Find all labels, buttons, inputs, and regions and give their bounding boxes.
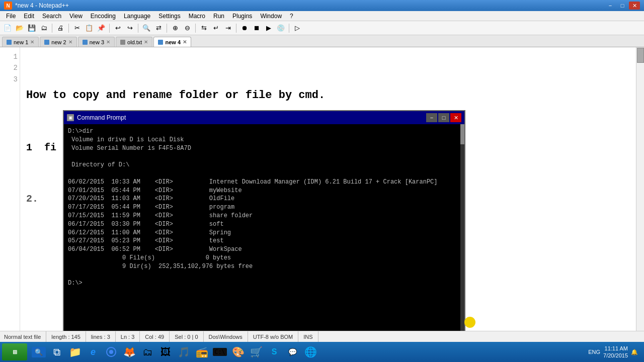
menu-run[interactable]: Run [209, 12, 228, 21]
tab-bar: new 1 ✕ new 2 ✕ new 3 ✕ old.txt ✕ new 4 … [0, 35, 644, 47]
taskbar-photos[interactable]: 🖼 [157, 343, 174, 360]
toolbar-wrap[interactable]: ↵ [210, 23, 221, 34]
menu-settings[interactable]: Settings [154, 12, 184, 21]
toolbar-macro-save[interactable]: 💿 [275, 23, 286, 34]
cmd-window: ▣ Command Prompt − □ ✕ D:\>dir Volume in… [63, 110, 465, 331]
status-file-type: Normal text file [4, 331, 46, 342]
menu-encoding[interactable]: Encoding [87, 12, 120, 21]
line-num-3: 3 [2, 74, 18, 85]
menu-search[interactable]: Search [38, 12, 65, 21]
taskbar: ⊞ 🔍 ⧉ 📁 e 🦊 🗂 🖼 🎵 📻 C:\ 🎨 🛒 S [0, 342, 644, 362]
menu-macro[interactable]: Macro [185, 12, 209, 21]
toolbar-open[interactable]: 📂 [14, 23, 25, 34]
toolbar-save-all[interactable]: 🗂 [38, 23, 49, 34]
taskbar-winamp[interactable]: 📻 [193, 343, 210, 360]
tab-label-new4: new 4 [165, 39, 181, 45]
tab-close-new1[interactable]: ✕ [30, 39, 34, 45]
menu-language[interactable]: Language [120, 12, 154, 21]
taskbar-ie[interactable]: e [85, 343, 102, 360]
status-bar: Normal text file length : 145 lines : 3 … [0, 331, 644, 342]
tab-new4[interactable]: new 4 ✕ [153, 37, 191, 47]
toolbar-save[interactable]: 💾 [26, 23, 37, 34]
taskbar-task-view[interactable]: ⧉ [48, 343, 65, 360]
tab-label-oldtxt: old.txt [127, 39, 142, 45]
toolbar-zoom-in[interactable]: ⊕ [170, 23, 181, 34]
menu-help[interactable]: ? [286, 12, 297, 21]
toolbar-find[interactable]: 🔍 [141, 23, 152, 34]
toolbar-indent[interactable]: ⇥ [222, 23, 233, 34]
toolbar-macro-rec[interactable]: ⏺ [239, 23, 250, 34]
toolbar-macro-play[interactable]: ▶ [263, 23, 274, 34]
toolbar-zoom-out[interactable]: ⊖ [182, 23, 193, 34]
tab-new3[interactable]: new 3 ✕ [78, 37, 115, 47]
status-encoding: Dos\Windows [204, 331, 248, 342]
toolbar-redo[interactable]: ↪ [124, 23, 135, 34]
taskbar-media[interactable]: 🎵 [175, 343, 192, 360]
clock-time: 11:11 AM [603, 345, 628, 352]
maximize-button[interactable]: □ [617, 2, 628, 10]
menu-view[interactable]: View [65, 12, 87, 21]
taskbar-file-explorer[interactable]: 📁 [66, 343, 84, 360]
cmd-minimize[interactable]: − [426, 113, 437, 122]
toolbar-run[interactable]: ▷ [292, 23, 303, 34]
cmd-title-text: Command Prompt [77, 114, 126, 121]
taskbar-paint[interactable]: 🎨 [229, 343, 247, 360]
cmd-content[interactable]: D:\>dir Volume in drive D is Local Disk … [64, 124, 464, 331]
editor-line-1: How to copy and rename folder or file by… [26, 86, 630, 104]
minimize-button[interactable]: − [605, 2, 616, 10]
tab-new1[interactable]: new 1 ✕ [2, 37, 39, 47]
taskbar-store[interactable]: 🛒 [248, 343, 265, 360]
status-ln: Ln : 3 [116, 331, 140, 342]
tab-close-new2[interactable]: ✕ [68, 39, 72, 45]
vertical-scrollbar[interactable] [636, 47, 644, 331]
start-button[interactable]: ⊞ [2, 343, 27, 360]
taskbar-folder[interactable]: 🗂 [139, 343, 156, 360]
tab-icon-new4 [158, 40, 163, 45]
toolbar-separator-5 [167, 24, 167, 33]
menu-window[interactable]: Window [256, 12, 286, 21]
menu-file[interactable]: File [2, 12, 20, 21]
cmd-maximize[interactable]: □ [438, 113, 449, 122]
toolbar-new[interactable]: 📄 [2, 23, 13, 34]
menu-plugins[interactable]: Plugins [228, 12, 256, 21]
taskbar-notification[interactable]: 🔔 [631, 349, 638, 355]
toolbar-sync[interactable]: ⇆ [198, 23, 209, 34]
line-num-1: 1 [2, 51, 18, 62]
cmd-icon: ▣ [67, 114, 74, 121]
taskbar-talk[interactable]: 💬 [284, 343, 301, 360]
toolbar-separator-8 [289, 24, 289, 33]
taskbar-skype[interactable]: S [266, 343, 283, 360]
toolbar-paste[interactable]: 📌 [96, 23, 107, 34]
close-button[interactable]: ✕ [629, 2, 640, 10]
toolbar-cut[interactable]: ✂ [71, 23, 83, 34]
status-col: Col : 49 [140, 331, 170, 342]
tab-label-new2: new 2 [51, 39, 66, 45]
tab-new2[interactable]: new 2 ✕ [40, 37, 76, 47]
line-num-2: 2 [2, 62, 18, 73]
taskbar-firefox[interactable]: 🦊 [121, 343, 138, 360]
tab-close-new3[interactable]: ✕ [106, 39, 110, 45]
taskbar-world[interactable]: 🌐 [302, 343, 319, 360]
tab-oldtxt[interactable]: old.txt ✕ [116, 37, 152, 47]
menu-edit[interactable]: Edit [20, 12, 38, 21]
toolbar-separator-6 [195, 24, 196, 33]
toolbar-copy[interactable]: 📋 [84, 23, 95, 34]
toolbar-separator-1 [52, 24, 52, 33]
cmd-scrollbar[interactable] [460, 124, 464, 331]
clock: 11:11 AM 7/20/2015 [603, 345, 628, 359]
scrollbar-thumb[interactable] [637, 48, 644, 63]
toolbar-macro-stop[interactable]: ⏹ [251, 23, 262, 34]
taskbar-chrome[interactable] [103, 343, 120, 360]
toolbar-print[interactable]: 🖨 [55, 23, 66, 34]
cmd-title-bar: ▣ Command Prompt − □ ✕ [64, 111, 464, 124]
toolbar-undo[interactable]: ↩ [112, 23, 123, 34]
cmd-scrollbar-thumb[interactable] [460, 124, 464, 144]
tab-close-new4[interactable]: ✕ [183, 39, 187, 45]
taskbar-cortana[interactable]: 🔍 [30, 343, 47, 360]
taskbar-terminal[interactable]: C:\ [211, 343, 228, 360]
tab-close-oldtxt[interactable]: ✕ [144, 39, 148, 45]
toolbar-replace[interactable]: ⇄ [153, 23, 164, 34]
clock-date: 7/20/2015 [603, 352, 628, 359]
tab-label-new3: new 3 [90, 39, 104, 45]
cmd-close[interactable]: ✕ [450, 113, 461, 122]
